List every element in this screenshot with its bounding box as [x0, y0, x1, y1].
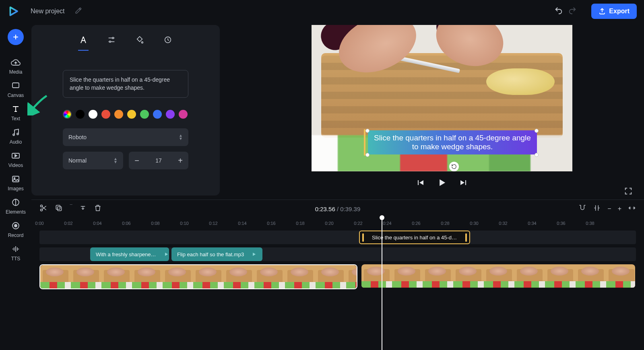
rotate-handle[interactable]	[449, 162, 459, 171]
videos-icon	[10, 150, 21, 161]
clip-handle-left[interactable]	[362, 233, 364, 242]
video-thumbnail	[40, 265, 71, 288]
ruler-tick: 0:32	[499, 221, 507, 226]
swatch-blue[interactable]	[153, 110, 162, 119]
audio-track[interactable]: With a freshly sharpene… Flip each half …	[39, 247, 636, 261]
rename-icon[interactable]	[75, 7, 82, 16]
rail-item-text[interactable]: Text	[4, 104, 28, 121]
resize-handle-tl[interactable]	[365, 129, 369, 133]
text-overlay[interactable]: Slice the quarters in half on a 45-degre…	[368, 130, 537, 154]
next-button[interactable]	[459, 178, 469, 189]
fullscreen-button[interactable]	[624, 187, 633, 197]
text-content-input[interactable]: Slice the quarters in half on a 45-degre…	[63, 70, 188, 98]
swatch-red[interactable]	[101, 110, 110, 119]
timecode: 0:23.56 / 0:39.39	[315, 206, 361, 212]
video-thumbnail	[361, 264, 392, 288]
resize-handle-left[interactable]	[364, 129, 365, 156]
undo-button[interactable]	[554, 6, 563, 16]
video-thumbnail	[316, 265, 346, 288]
export-button[interactable]: Export	[591, 4, 637, 19]
rail-item-audio[interactable]: Audio	[4, 127, 28, 145]
video-thumbnail	[392, 264, 423, 288]
video-thumbnail	[132, 265, 163, 288]
text-clip[interactable]: Slice the quarters in half on a 45-de…	[359, 231, 470, 244]
images-icon	[10, 174, 21, 184]
text-track[interactable]: Slice the quarters in half on a 45-de…	[39, 231, 636, 244]
font-size-value[interactable]: 17	[145, 157, 172, 164]
rail-item-images[interactable]: Images	[4, 174, 28, 191]
layer-up-button[interactable]: ‾	[70, 204, 72, 214]
audio-clip[interactable]: Flip each half so the flat.mp3	[171, 247, 262, 261]
tab-adjustments[interactable]	[105, 34, 118, 46]
swatch-purple[interactable]	[166, 110, 175, 119]
properties-tabs	[31, 30, 220, 51]
play-button[interactable]	[436, 177, 448, 190]
video-track-row[interactable]	[39, 264, 636, 289]
rail-label: Record	[8, 233, 24, 238]
timeline: ‾ 0:23.56 / 0:39.39 − + 0:000:020:040:06…	[31, 200, 644, 350]
color-picker-button[interactable]	[63, 110, 72, 119]
swatch-black[interactable]	[76, 110, 85, 119]
rail-item-videos[interactable]: Videos	[4, 150, 28, 168]
preview-canvas[interactable]: Slice the quarters in half on a 45-degre…	[312, 25, 572, 171]
video-thumbnail	[254, 265, 285, 288]
ruler-tick: 0:08	[151, 221, 159, 226]
swatch-white[interactable]	[89, 110, 97, 119]
project-title[interactable]: New project	[31, 8, 64, 15]
video-clip-2[interactable]	[361, 264, 635, 289]
chevron-updown-icon: ▲▼	[179, 134, 183, 140]
rail-item-media[interactable]: Media	[4, 57, 28, 75]
color-swatches	[63, 110, 188, 119]
rail-item-tts[interactable]: TTS	[4, 244, 28, 261]
fit-timeline-button[interactable]	[628, 204, 636, 214]
decrease-size-button[interactable]: −	[129, 156, 145, 165]
swatch-yellow[interactable]	[127, 110, 136, 119]
rail-item-elements[interactable]: Elements	[4, 197, 28, 215]
split-button[interactable]	[39, 204, 47, 214]
tab-text-style[interactable]	[77, 34, 89, 46]
timeline-ruler[interactable]: 0:000:020:040:060:080:100:120:140:160:18…	[31, 218, 644, 231]
layer-down-button[interactable]	[79, 204, 87, 214]
add-button[interactable]	[8, 29, 24, 45]
ruler-tick: 0:04	[93, 221, 101, 226]
redo-button[interactable]	[568, 6, 577, 16]
tts-icon	[10, 244, 21, 254]
font-family-select[interactable]: Roboto ▲▼	[63, 128, 188, 146]
swatch-pink[interactable]	[179, 110, 188, 119]
playhead[interactable]	[382, 218, 382, 350]
video-thumbnail	[514, 264, 545, 288]
swatch-orange[interactable]	[114, 110, 123, 119]
resize-handle-bl[interactable]	[365, 153, 369, 157]
ruler-tick: 0:10	[180, 221, 188, 226]
magnet-button[interactable]	[578, 204, 586, 214]
swatch-green[interactable]	[140, 110, 149, 119]
tab-fill[interactable]	[134, 34, 146, 46]
total-duration: 0:39.39	[340, 206, 360, 212]
duplicate-button[interactable]	[55, 204, 63, 214]
rail-label: Audio	[10, 139, 22, 145]
video-clip-1[interactable]	[39, 264, 357, 289]
zoom-in-button[interactable]: +	[618, 205, 621, 212]
svg-point-8	[112, 37, 114, 39]
rail-label: Elements	[6, 209, 26, 215]
font-weight-select[interactable]: Normal ▲▼	[63, 152, 123, 169]
tab-timing[interactable]	[162, 34, 174, 46]
delete-button[interactable]	[94, 204, 102, 214]
resize-handle-tr[interactable]	[535, 129, 539, 133]
rail-item-canvas[interactable]: Canvas	[4, 80, 28, 98]
snap-button[interactable]	[593, 204, 601, 214]
rail-item-record[interactable]: Record	[4, 220, 28, 238]
video-thumbnail	[285, 265, 316, 288]
increase-size-button[interactable]: +	[172, 156, 188, 165]
ruler-tick: 0:06	[122, 221, 130, 226]
zoom-out-button[interactable]: −	[607, 205, 611, 212]
rail-label: Text	[11, 116, 20, 121]
audio-clip[interactable]: With a freshly sharpene…	[90, 247, 169, 261]
font-family-value: Roboto	[68, 134, 87, 140]
resize-handle-br[interactable]	[535, 153, 539, 157]
prev-button[interactable]	[415, 178, 425, 189]
audio-icon	[10, 127, 21, 138]
font-size-stepper: − 17 +	[129, 152, 188, 169]
clip-handle-right[interactable]	[465, 233, 467, 242]
timeline-tracks: Slice the quarters in half on a 45-de… W…	[31, 231, 644, 289]
